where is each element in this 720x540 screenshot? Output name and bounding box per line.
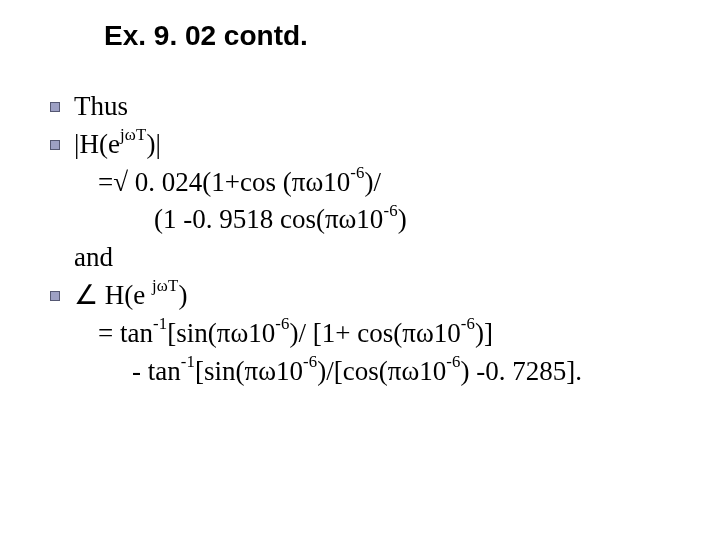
text: )/ [1+ cos(πω10 <box>290 318 461 348</box>
text: ∠ H(e <box>74 280 152 310</box>
superscript: -6 <box>303 352 317 371</box>
text: ) <box>178 280 187 310</box>
superscript: jωT <box>152 276 179 295</box>
text: [sin(πω10 <box>195 356 303 386</box>
superscript: -1 <box>181 352 195 371</box>
line-thus: Thus <box>34 88 700 126</box>
bullet-icon <box>50 102 60 112</box>
line-and: and <box>34 239 700 277</box>
bullet-icon <box>50 140 60 150</box>
line-h-angle: ∠ H(e jωT) <box>34 277 700 315</box>
text: ) <box>398 204 407 234</box>
line-angle-eq1: = tan-1[sin(πω10-6)/ [1+ cos(πω10-6)] <box>34 315 700 353</box>
superscript: -6 <box>383 201 397 220</box>
text: =√ 0. 024(1+cos (πω10 <box>98 167 350 197</box>
text: = tan <box>98 318 153 348</box>
line-eq-numerator: =√ 0. 024(1+cos (πω10-6)/ <box>34 164 700 202</box>
line-angle-eq2: - tan-1[sin(πω10-6)/[cos(πω10-6) -0. 728… <box>34 353 700 391</box>
text: - tan <box>132 356 181 386</box>
text: Thus <box>74 91 128 121</box>
slide-title: Ex. 9. 02 contd. <box>104 20 308 52</box>
text: )| <box>146 129 160 159</box>
superscript: -6 <box>275 314 289 333</box>
slide-body: Thus |H(ejωT)| =√ 0. 024(1+cos (πω10-6)/… <box>34 88 700 390</box>
text: (1 -0. 9518 cos(πω10 <box>154 204 383 234</box>
text: |H(e <box>74 129 120 159</box>
text: )] <box>475 318 493 348</box>
superscript: jωT <box>120 125 147 144</box>
superscript: -6 <box>461 314 475 333</box>
superscript: -6 <box>446 352 460 371</box>
superscript: -6 <box>350 163 364 182</box>
line-eq-denominator: (1 -0. 9518 cos(πω10-6) <box>34 201 700 239</box>
text: )/[cos(πω10 <box>317 356 446 386</box>
superscript: -1 <box>153 314 167 333</box>
text: [sin(πω10 <box>167 318 275 348</box>
text: )/ <box>365 167 382 197</box>
text: ) -0. 7285]. <box>461 356 582 386</box>
text: and <box>74 242 113 272</box>
line-h-magnitude: |H(ejωT)| <box>34 126 700 164</box>
bullet-icon <box>50 291 60 301</box>
slide: { "title": "Ex. 9. 02 contd.", "lines": … <box>0 0 720 540</box>
